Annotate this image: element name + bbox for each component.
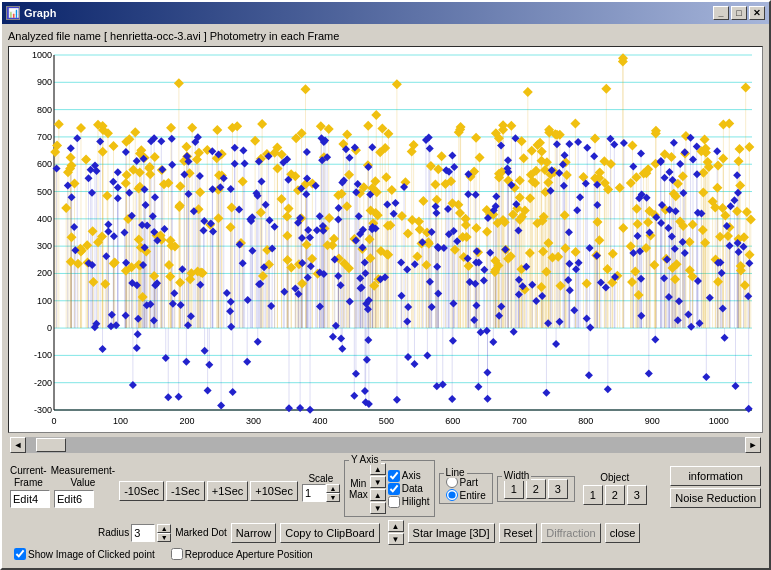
- radius-down[interactable]: ▼: [157, 533, 171, 542]
- window-title: Graph: [24, 7, 56, 19]
- object2-button[interactable]: 2: [605, 485, 625, 505]
- scroll-left-arrow[interactable]: ◄: [10, 437, 26, 453]
- scale-spinner[interactable]: ▲ ▼: [326, 484, 340, 502]
- information-button[interactable]: information: [670, 466, 761, 486]
- radius-label: Radius: [98, 527, 129, 538]
- plus10sec-button[interactable]: +10Sec: [250, 481, 298, 501]
- data-checkbox[interactable]: [388, 483, 400, 495]
- close-button[interactable]: close: [605, 523, 641, 543]
- diffraction-button[interactable]: Diffraction: [541, 523, 600, 543]
- window-icon: 📊: [6, 6, 20, 20]
- y-scroll-arrows: ▲ ▼: [388, 520, 404, 545]
- checkbox-row: Show Image of Clicked point Reproduce Ap…: [14, 548, 761, 560]
- radius-spinner[interactable]: ▲ ▼: [157, 524, 171, 542]
- star-image-button[interactable]: Star Image [3D]: [408, 523, 495, 543]
- minus10sec-button[interactable]: -10Sec: [119, 481, 164, 501]
- width-section-label: Width: [502, 470, 532, 481]
- scale-label: Scale: [308, 473, 333, 484]
- graph-container: [8, 46, 763, 433]
- scale-input[interactable]: 1: [302, 484, 326, 502]
- scroll-track[interactable]: [26, 437, 745, 453]
- entire-radio[interactable]: [446, 489, 458, 501]
- y-axis-arrows: ▲ ▼ ▲ ▼: [370, 463, 386, 514]
- reproduce-checkbox[interactable]: [171, 548, 183, 560]
- minus1sec-button[interactable]: -1Sec: [166, 481, 205, 501]
- y-scroll-up[interactable]: ▲: [388, 520, 404, 532]
- data-checkbox-label[interactable]: Data: [388, 483, 430, 495]
- file-info-text: Analyzed file name [ henrietta-occ-3.avi…: [8, 30, 763, 42]
- title-buttons: _ □ ✕: [713, 6, 765, 20]
- y-axis-section-label: Y Axis: [349, 454, 381, 465]
- value-input[interactable]: Edit6: [54, 490, 94, 508]
- narrow-button[interactable]: Narrow: [231, 523, 276, 543]
- object-label: Object: [583, 472, 647, 483]
- show-image-checkbox[interactable]: [14, 548, 26, 560]
- show-image-checkbox-label[interactable]: Show Image of Clicked point: [14, 548, 155, 560]
- copy-clipboard-button[interactable]: Copy to ClipBoard: [280, 523, 379, 543]
- scroll-thumb[interactable]: [36, 438, 66, 452]
- radius-up[interactable]: ▲: [157, 524, 171, 533]
- width2-button[interactable]: 2: [526, 479, 546, 499]
- object1-button[interactable]: 1: [583, 485, 603, 505]
- y-scroll-down[interactable]: ▼: [388, 533, 404, 545]
- maximize-button[interactable]: □: [731, 6, 747, 20]
- reproduce-checkbox-label[interactable]: Reproduce Aperture Position: [171, 548, 313, 560]
- frame-input[interactable]: Edit4: [10, 490, 50, 508]
- marked-dot-label: Marked Dot: [175, 527, 227, 538]
- scroll-bar: ◄ ►: [10, 437, 761, 453]
- width3-button[interactable]: 3: [548, 479, 568, 499]
- content-area: Analyzed file name [ henrietta-occ-3.avi…: [2, 24, 769, 568]
- minimize-button[interactable]: _: [713, 6, 729, 20]
- title-bar: 📊 Graph _ □ ✕: [2, 2, 769, 24]
- axis-checkbox[interactable]: [388, 470, 400, 482]
- graph-canvas[interactable]: [9, 47, 762, 432]
- axis-checkbox-label[interactable]: Axis: [388, 470, 430, 482]
- controls-row2: Radius 3 ▲ ▼ Marked Dot Narrow Copy to C…: [10, 520, 761, 545]
- y-max-label: Max: [349, 489, 368, 500]
- y-min-label: Min: [350, 478, 366, 489]
- line-radio-group: Part Entire: [446, 476, 486, 501]
- plus1sec-button[interactable]: +1Sec: [207, 481, 249, 501]
- window-close-button[interactable]: ✕: [749, 6, 765, 20]
- reset-button[interactable]: Reset: [499, 523, 538, 543]
- radius-input[interactable]: 3: [131, 524, 155, 542]
- scroll-right-arrow[interactable]: ►: [745, 437, 761, 453]
- controls-row1: Current- Frame Measurement- Value Edit4 …: [10, 456, 761, 517]
- y-max-down[interactable]: ▼: [370, 476, 386, 488]
- measurement-value-label: Measurement- Value: [51, 465, 115, 489]
- scale-down[interactable]: ▼: [326, 493, 340, 502]
- controls-area: ◄ ► Current- Frame Measurement: [8, 433, 763, 562]
- object3-button[interactable]: 3: [627, 485, 647, 505]
- entire-radio-label[interactable]: Entire: [446, 489, 486, 501]
- right-panel: information Noise Reduction: [670, 466, 761, 508]
- hilight-checkbox[interactable]: [388, 496, 400, 508]
- hilight-checkbox-label[interactable]: Hilight: [388, 496, 430, 508]
- scale-up[interactable]: ▲: [326, 484, 340, 493]
- main-window: 📊 Graph _ □ ✕ Analyzed file name [ henri…: [0, 0, 771, 570]
- noise-reduction-button[interactable]: Noise Reduction: [670, 488, 761, 508]
- width1-button[interactable]: 1: [504, 479, 524, 499]
- y-min-up[interactable]: ▲: [370, 489, 386, 501]
- line-section-label: Line: [444, 467, 467, 478]
- current-frame-label: Current- Frame: [10, 465, 47, 489]
- y-min-down[interactable]: ▼: [370, 502, 386, 514]
